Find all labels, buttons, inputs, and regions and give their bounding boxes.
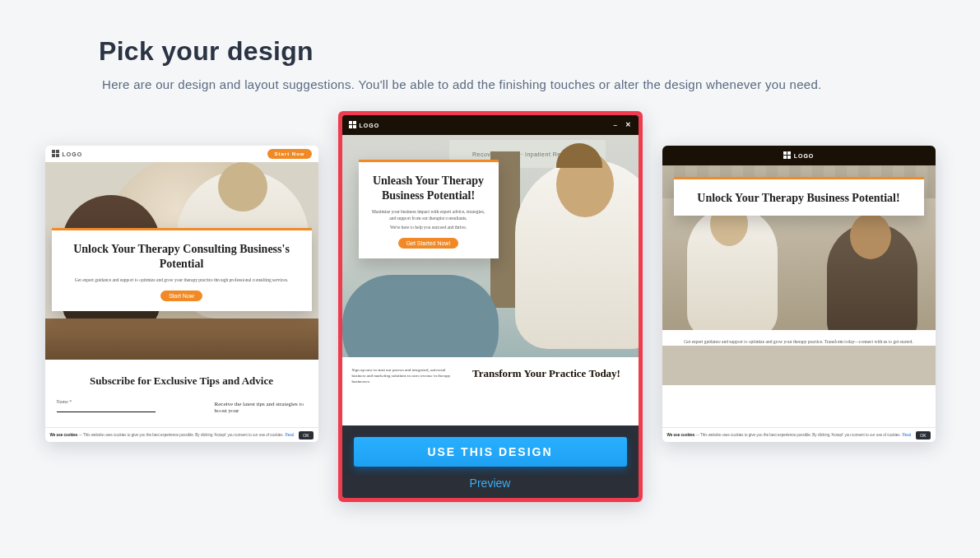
card2-action-panel: USE THIS DESIGN Preview (342, 425, 639, 498)
card3-logobar: LOGO (662, 146, 936, 165)
preview-link[interactable]: Preview (354, 477, 627, 490)
card1-subscribe-title: Subscribe for Exclusive Tips and Advice (57, 374, 307, 388)
card1-start-button: Start Now (267, 149, 311, 159)
design-card-1[interactable]: LOGO Start Now Unlock Your Therapy Consu… (45, 146, 318, 442)
cookie-body: This website uses cookies to give you th… (700, 433, 901, 437)
card3-hero: Unlock Your Therapy Business Potential! (662, 165, 936, 330)
card1-cookie-bar: We use cookies — This website uses cooki… (45, 427, 318, 442)
design-card-2-inner: LOGO –✕ Recovery Room · Inpatient Receiv… (342, 115, 639, 498)
logo-icon: LOGO (349, 121, 380, 129)
card1-logo-text: LOGO (63, 151, 83, 157)
card3-logo-text: LOGO (794, 153, 815, 159)
logo-icon: LOGO (783, 151, 815, 160)
card2-hero-sub1: Maximize your business impact with exper… (372, 209, 485, 221)
window-controls-icon: –✕ (614, 122, 632, 128)
card2-hero-button: Get Started Now! (398, 238, 459, 249)
page-title: Pick your design (99, 36, 314, 67)
cookie-read: Read (286, 433, 295, 437)
cookie-body: This website uses cookies to give you th… (83, 433, 284, 437)
card1-hero-sub: Get expert guidance and support to optim… (65, 277, 299, 284)
design-card-3[interactable]: LOGO Unlock Your Therapy Business Potent… (662, 146, 936, 442)
card2-hero-sub2: We're here to help you succeed and thriv… (372, 225, 485, 231)
card2-logobar: LOGO –✕ (342, 115, 639, 135)
card2-hero-title: Unleash Your Therapy Business Potential! (372, 174, 485, 202)
card1-hero-button: Start Now (160, 291, 202, 301)
card2-transform-area: Sign up now to start our proven and inte… (342, 357, 639, 425)
card3-below: Get expert guidance and support to optim… (662, 330, 936, 400)
cookie-title: We use cookies (50, 433, 78, 437)
logo-icon: LOGO (52, 150, 83, 158)
page-root: Pick your design Here are our design and… (0, 0, 980, 558)
card3-cookie-bar: We use cookies — This website uses cooki… (662, 427, 936, 442)
card1-subscribe-text: Receive the latest tips and strategies t… (215, 401, 305, 414)
card3-hero-title: Unlock Your Therapy Business Potential! (687, 191, 911, 206)
cookie-ok: OK (299, 431, 313, 439)
card2-left-text: Sign up now to start our proven and inte… (352, 367, 452, 384)
card1-name-input: Name * (57, 399, 156, 412)
cookie-read: Read (903, 433, 912, 437)
design-cards-row: LOGO Start Now Unlock Your Therapy Consu… (0, 111, 980, 502)
card3-sub: Get expert guidance and support to optim… (679, 338, 919, 345)
card2-logo-text: LOGO (360, 123, 380, 128)
card1-hero-title: Unlock Your Therapy Consulting Business'… (65, 242, 299, 271)
card3-photo-strip (662, 346, 936, 385)
cookie-title: We use cookies (667, 433, 695, 437)
card2-transform-title: Transform Your Practice Today! (464, 367, 628, 381)
use-this-design-button[interactable]: USE THIS DESIGN (354, 437, 627, 467)
card1-hero: Unlock Your Therapy Consulting Business'… (45, 162, 318, 360)
design-card-2-selected[interactable]: LOGO –✕ Recovery Room · Inpatient Receiv… (338, 111, 643, 502)
card2-hero: Recovery Room · Inpatient Receiving Unle… (342, 135, 639, 357)
cookie-ok: OK (916, 431, 930, 439)
card1-subscribe: Subscribe for Exclusive Tips and Advice … (45, 360, 318, 430)
page-subtitle: Here are our design and layout suggestio… (102, 77, 822, 91)
card1-logobar: LOGO Start Now (45, 146, 318, 162)
